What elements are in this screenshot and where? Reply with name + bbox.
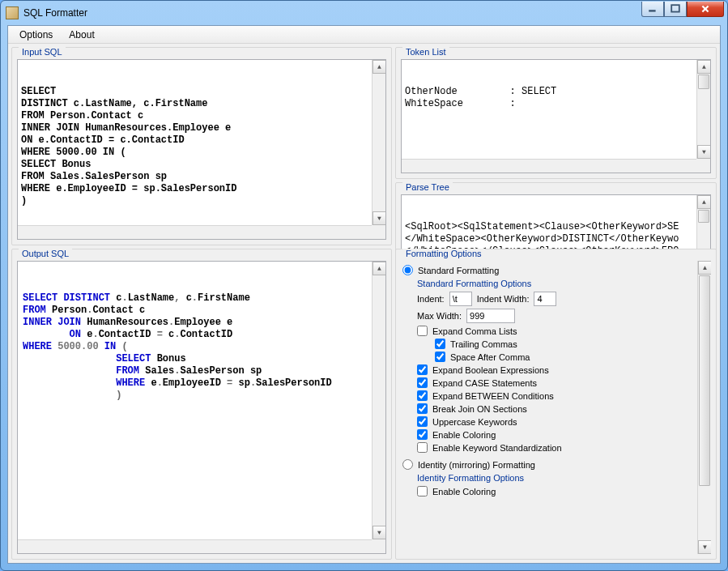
checkbox-space-after-comma[interactable] [435,352,445,362]
scroll-corner [372,539,385,553]
menu-options[interactable]: Options [11,28,61,42]
maxwidth-row: Max Width: [417,309,711,323]
titlebar[interactable]: SQL Formatter [1,1,727,25]
scroll-up-icon[interactable]: ▲ [697,60,711,74]
checkbox-uppercase-kw[interactable] [417,416,428,427]
radio-identity-input[interactable] [402,459,413,470]
radio-standard-formatting[interactable]: Standard Formatting [402,265,711,275]
checkbox-expand-comma[interactable] [417,326,428,336]
app-icon [6,6,19,19]
identity-opts-block: Identity Formatting Options Enable Color… [415,473,711,496]
maxwidth-label: Max Width: [417,311,462,321]
input-sql-textarea[interactable]: SELECT DISTINCT c.LastName, c.FirstName … [17,59,386,240]
checkbox-expand-boolean[interactable] [417,364,428,375]
check-space-after-comma[interactable]: Space After Comma [435,352,711,362]
checkbox-break-join[interactable] [417,403,428,414]
token-scrollbar-h[interactable]: ◀ ▶ [402,159,696,173]
group-output-legend: Output SQL [19,249,72,258]
radio-identity-label: Identity (mirroring) Formatting [418,460,535,470]
token-scrollbar-v[interactable]: ▲ ▼ [696,60,710,159]
check-identity-coloring[interactable]: Enable Coloring [417,486,711,496]
check-trailing-commas[interactable]: Trailing Commas [435,339,711,349]
label-trailing-commas: Trailing Commas [450,339,517,349]
check-break-join[interactable]: Break Join ON Sections [417,403,711,414]
content-grid: Input SQL SELECT DISTINCT c.LastName, c.… [8,44,720,563]
scroll-up-icon[interactable]: ▲ [373,262,386,275]
label-expand-comma: Expand Comma Lists [432,326,517,336]
output-scrollbar-h[interactable]: ◀ ▶ [18,539,372,553]
group-token-legend: Token List [402,47,449,57]
menubar: Options About [8,26,720,44]
app-window: SQL Formatter Options About Input SQL SE… [0,0,728,571]
scroll-up-icon[interactable]: ▲ [373,60,386,74]
check-keyword-std[interactable]: Enable Keyword Standardization [417,442,711,453]
indent-input[interactable] [449,292,472,306]
check-uppercase-kw[interactable]: Uppercase Keywords [417,416,711,427]
radio-identity-formatting[interactable]: Identity (mirroring) Formatting [402,459,711,470]
maximize-button[interactable] [664,2,687,17]
check-expand-case[interactable]: Expand CASE Statements [417,377,711,388]
minimize-button[interactable] [641,2,664,17]
client-area: Options About Input SQL SELECT DISTINCT … [7,25,721,564]
identity-opts-legend: Identity Formatting Options [417,473,711,483]
group-opts-legend: Formatting Options [402,249,485,258]
svg-rect-1 [671,5,679,11]
input-scrollbar-v[interactable]: ▲ ▼ [372,60,385,225]
input-sql-text[interactable]: SELECT DISTINCT c.LastName, c.FirstName … [21,86,382,207]
label-enable-coloring: Enable Coloring [432,430,496,440]
indent-label: Indent: [417,294,445,304]
standard-opts-legend: Standard Formatting Options [417,279,711,288]
output-sql-pane[interactable]: SELECT DISTINCT c.LastName, c.FirstNameF… [17,261,386,554]
scroll-down-icon[interactable]: ▼ [373,526,386,539]
standard-opts-block: Standard Formatting Options Indent: Inde… [415,279,711,453]
scroll-thumb[interactable] [698,75,709,89]
token-list-text: OtherNode : SELECT WhiteSpace : [405,86,707,110]
close-button[interactable] [687,2,724,17]
check-expand-between[interactable]: Expand BETWEEN Conditions [417,390,711,401]
output-scrollbar-v[interactable]: ▲ ▼ [372,262,385,539]
group-output-sql: Output SQL SELECT DISTINCT c.LastName, c… [11,249,392,560]
group-input-legend: Input SQL [19,47,66,57]
output-sql-text: SELECT DISTINCT c.LastName, c.FirstNameF… [21,288,382,407]
group-formatting-options: Formatting Options Standard Formatting S… [395,249,717,560]
window-title: SQL Formatter [23,7,87,19]
label-keyword-std: Enable Keyword Standardization [432,443,562,453]
scroll-thumb[interactable] [699,275,710,486]
checkbox-trailing-commas[interactable] [435,339,445,349]
indent-row: Indent: Indent Width: [417,292,711,306]
checkbox-expand-between[interactable] [417,390,428,401]
scroll-up-icon[interactable]: ▲ [697,195,711,209]
checkbox-keyword-std[interactable] [417,442,428,453]
window-controls [641,2,724,17]
checkbox-expand-case[interactable] [417,377,428,388]
group-parse-legend: Parse Tree [402,182,453,192]
group-input-sql: Input SQL SELECT DISTINCT c.LastName, c.… [11,47,392,245]
menu-about[interactable]: About [61,28,102,42]
scroll-down-icon[interactable]: ▼ [698,540,711,554]
radio-standard-label: Standard Formatting [418,266,499,275]
indent-width-input[interactable] [534,292,556,306]
scroll-corner [696,159,710,173]
indent-width-label: Indent Width: [477,294,530,304]
check-expand-boolean[interactable]: Expand Boolean Expressions [417,364,711,375]
input-scrollbar-h[interactable]: ◀ ▶ [18,225,372,239]
maxwidth-input[interactable] [466,309,515,323]
label-identity-coloring: Enable Coloring [432,487,496,496]
scroll-up-icon[interactable]: ▲ [698,261,711,275]
scroll-thumb[interactable] [698,210,709,223]
opts-body: Standard Formatting Standard Formatting … [401,261,711,554]
check-enable-coloring[interactable]: Enable Coloring [417,429,711,440]
token-list-pane[interactable]: OtherNode : SELECT WhiteSpace : ▲ ▼ ◀ ▶ [401,59,711,173]
checkbox-enable-coloring[interactable] [417,429,428,440]
checkbox-identity-coloring[interactable] [417,486,428,496]
check-expand-comma[interactable]: Expand Comma Lists [417,326,711,336]
label-break-join: Break Join ON Sections [432,404,527,414]
scroll-corner [372,225,385,239]
label-expand-boolean: Expand Boolean Expressions [432,365,549,375]
scroll-down-icon[interactable]: ▼ [373,211,386,225]
label-expand-between: Expand BETWEEN Conditions [432,391,554,401]
radio-standard-input[interactable] [402,265,413,275]
opts-scrollbar-v[interactable]: ▲ ▼ [697,261,711,554]
scroll-down-icon[interactable]: ▼ [697,145,711,159]
group-token-list: Token List OtherNode : SELECT WhiteSpace… [395,47,717,179]
